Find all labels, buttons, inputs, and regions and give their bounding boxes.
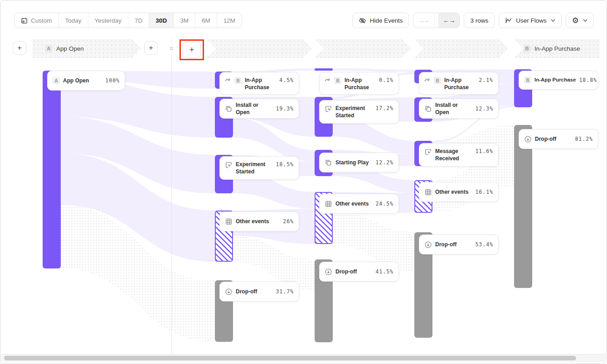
dropoff-icon xyxy=(225,288,233,296)
node-label: Install or Open xyxy=(236,101,272,116)
user-flows-page: ≈ CustomTodayYesterday7D30D3M6M12M Hide … xyxy=(0,0,607,364)
date-range-12m[interactable]: 12M xyxy=(217,13,242,28)
grid-icon xyxy=(325,200,332,208)
scrollbar-thumb[interactable] xyxy=(4,356,576,360)
node-card-c2-in-app-purchase[interactable]: BIn-App Purchase4.5% xyxy=(219,72,299,95)
date-range-6m[interactable]: 6M xyxy=(195,13,217,28)
node-card-c2-drop-off[interactable]: Drop-off31.7% xyxy=(219,282,299,302)
node-label: Drop-off xyxy=(435,241,456,248)
node-card-c4-install-or-open[interactable]: Install or Open12.3% xyxy=(419,99,499,119)
view-selector-label: User Flows xyxy=(516,17,547,24)
date-range-7d[interactable]: 7D xyxy=(128,13,149,28)
node-card-c3-starting-play[interactable]: Starting Play12.2% xyxy=(319,153,399,172)
node-percent: 11.6% xyxy=(475,148,493,154)
flow-bar-c3-in-app-purchase[interactable] xyxy=(315,68,333,71)
node-percent: 12.2% xyxy=(375,159,393,166)
expand-columns-button[interactable]: ←→ xyxy=(438,13,459,28)
node-card-c4-other-events[interactable]: Other events16.1% xyxy=(419,182,499,202)
badge-b: B xyxy=(434,77,441,84)
node-card-c5-in-app-purchase[interactable]: BIn-App Purchase18.8% xyxy=(519,71,598,90)
experiment-icon xyxy=(225,161,233,169)
grid-icon xyxy=(225,218,233,225)
dropoff-icon xyxy=(524,135,532,143)
node-percent: 100% xyxy=(105,77,120,84)
step-segment-2[interactable] xyxy=(207,39,312,58)
hide-events-label: Hide Events xyxy=(370,17,403,24)
node-card-c2-install-or-open[interactable]: Install or Open19.3% xyxy=(219,99,299,119)
node-percent: 53.4% xyxy=(475,241,493,248)
node-card-c2-other-events[interactable]: Other events26% xyxy=(219,211,299,231)
node-percent: 12.3% xyxy=(475,105,493,112)
grid-icon xyxy=(424,188,432,196)
step-badge: B xyxy=(523,45,531,53)
gear-icon: ⚙ xyxy=(572,17,579,24)
toolbar-right: Hide Events →← ←→ 3 rows User Flows ⚙ xyxy=(352,13,594,28)
experiment-icon xyxy=(325,105,332,113)
node-percent: 81.2% xyxy=(575,136,593,142)
node-label: In-App Purchase xyxy=(345,77,376,91)
node-card-c5-drop-off[interactable]: Drop-off81.2% xyxy=(519,129,598,149)
flow-ribbon xyxy=(333,68,414,72)
node-card-c2-experiment-started[interactable]: Experiment Started18.5% xyxy=(219,156,299,180)
trend-arrow-icon xyxy=(225,77,231,82)
node-label: Message Received xyxy=(435,148,472,162)
node-percent: 18.8% xyxy=(579,77,597,83)
date-range-label: 3M xyxy=(180,17,189,24)
date-range-30d[interactable]: 30D xyxy=(149,13,174,28)
node-label: Starting Play xyxy=(335,159,369,166)
horizontal-scrollbar[interactable] xyxy=(1,354,606,362)
collapsed-steps-indicator: ≈ xyxy=(166,44,176,53)
date-range-label: Today xyxy=(65,17,82,24)
hide-events-button[interactable]: Hide Events xyxy=(352,13,409,28)
add-step-button-after-a[interactable]: + xyxy=(144,41,158,55)
flow-chart-icon xyxy=(505,17,512,24)
rows-label: 3 rows xyxy=(470,17,488,24)
collapse-columns-button[interactable]: →← xyxy=(413,13,435,28)
step-segment-3[interactable] xyxy=(315,39,411,58)
flow-ribbon xyxy=(61,153,215,262)
settings-button[interactable]: ⚙ xyxy=(566,13,594,28)
node-card-c4-drop-off[interactable]: Drop-off53.4% xyxy=(419,235,499,254)
node-percent: 24.5% xyxy=(375,201,393,207)
date-range-control: CustomTodayYesterday7D30D3M6M12M xyxy=(14,13,242,28)
node-card-c3-in-app-purchase[interactable]: BIn-App Purchase0.1% xyxy=(319,72,399,95)
dropoff-ribbon xyxy=(61,205,215,341)
add-step-button-left[interactable]: + xyxy=(13,41,26,55)
step-label: App Open xyxy=(56,45,84,52)
node-card-c4-message-received[interactable]: Message Received11.6% xyxy=(419,143,499,167)
node-label: Drop-off xyxy=(335,268,357,275)
node-label: Other events xyxy=(335,200,369,207)
column-width-toggle: →← ←→ xyxy=(413,13,460,28)
node-card-c3-drop-off[interactable]: Drop-off41.5% xyxy=(319,262,399,282)
badge-b: B xyxy=(234,77,242,84)
rows-button[interactable]: 3 rows xyxy=(464,13,495,28)
node-label: Drop-off xyxy=(535,135,556,143)
view-selector-button[interactable]: User Flows xyxy=(499,13,562,28)
node-percent: 2.1% xyxy=(479,77,493,83)
node-card-c3-other-events[interactable]: Other events24.5% xyxy=(319,194,399,214)
date-range-today[interactable]: Today xyxy=(59,13,88,28)
annotation-highlight-box xyxy=(180,39,204,60)
chevron-down-icon xyxy=(551,19,555,22)
step-segment-4[interactable] xyxy=(414,39,508,58)
toolbar: CustomTodayYesterday7D30D3M6M12M Hide Ev… xyxy=(14,13,594,28)
node-label: Other events xyxy=(236,218,269,225)
node-percent: 26% xyxy=(283,218,294,225)
node-card-c3-experiment-started[interactable]: Experiment Started17.2% xyxy=(319,100,399,124)
node-percent: 4.5% xyxy=(279,77,294,83)
node-percent: 41.5% xyxy=(375,268,393,275)
flow-bar-c1-app-open[interactable] xyxy=(43,71,61,268)
flow-bar-c5-drop-off[interactable] xyxy=(514,125,532,288)
date-range-custom[interactable]: Custom xyxy=(15,13,59,28)
step-segment-1[interactable]: AApp Open xyxy=(32,39,141,58)
node-card-c4-in-app-purchase[interactable]: BIn-App Purchase2.1% xyxy=(419,72,499,95)
node-card-c1-app-open[interactable]: AApp Open100% xyxy=(47,71,125,91)
node-label: Other events xyxy=(435,188,468,196)
node-label: Install or Open xyxy=(435,101,472,116)
badge-b: B xyxy=(524,77,531,84)
step-segment-5[interactable]: BIn-App Purchase xyxy=(514,39,600,58)
date-range-yesterday[interactable]: Yesterday xyxy=(88,13,129,28)
date-range-3m[interactable]: 3M xyxy=(174,13,195,28)
flow-ribbon xyxy=(233,118,315,162)
dropoff-icon xyxy=(325,268,332,276)
